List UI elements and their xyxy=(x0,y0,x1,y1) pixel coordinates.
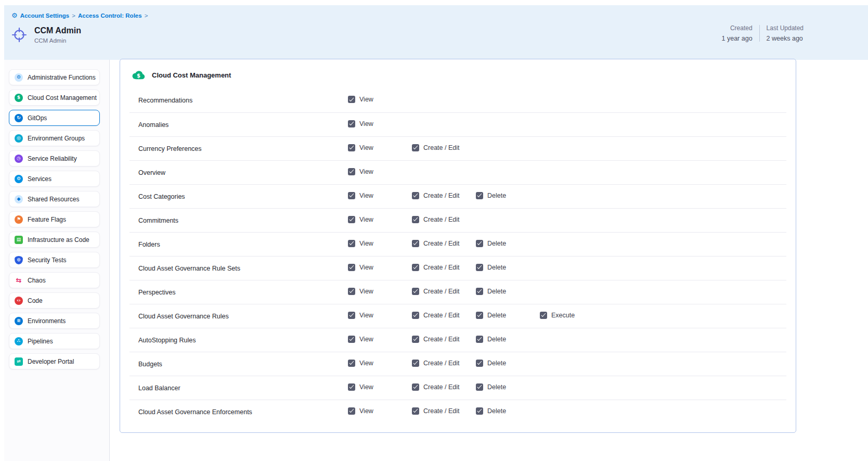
checkbox-checked-icon[interactable] xyxy=(348,120,355,127)
checkbox-checked-icon[interactable] xyxy=(412,240,419,247)
checkbox-checked-icon[interactable] xyxy=(348,264,355,271)
permission-view-checkbox[interactable]: View xyxy=(348,312,373,319)
sidebar-item-administrative-functions[interactable]: ⚙ Administrative Functions xyxy=(9,69,100,85)
permission-delete-checkbox[interactable]: Delete xyxy=(476,360,506,367)
permission-create-edit-checkbox[interactable]: Create / Edit xyxy=(412,312,459,319)
sidebar-item-feature-flags[interactable]: ⚑ Feature Flags xyxy=(9,211,100,227)
checkbox-checked-icon[interactable] xyxy=(412,383,419,391)
permission-create-edit-checkbox[interactable]: Create / Edit xyxy=(412,360,459,367)
checkbox-checked-icon[interactable] xyxy=(412,216,419,223)
permission-view-checkbox[interactable]: View xyxy=(348,407,373,415)
checkbox-checked-icon[interactable] xyxy=(476,192,483,199)
permission-create-edit-checkbox[interactable]: Create / Edit xyxy=(412,407,459,415)
permission-view-checkbox[interactable]: View xyxy=(348,96,373,103)
sidebar-item-gitops[interactable]: ↻ GitOps xyxy=(9,110,100,126)
permission-view-checkbox[interactable]: View xyxy=(348,288,373,295)
checkbox-checked-icon[interactable] xyxy=(476,288,483,295)
permission-create-edit-checkbox[interactable]: Create / Edit xyxy=(412,288,459,295)
checkbox-checked-icon[interactable] xyxy=(412,407,419,415)
checkbox-checked-icon[interactable] xyxy=(412,312,419,319)
permission-view-checkbox[interactable]: View xyxy=(348,216,373,223)
checkbox-checked-icon[interactable] xyxy=(476,336,483,343)
sidebar-item-services[interactable]: ⚙ Services xyxy=(9,171,100,187)
checkbox-checked-icon[interactable] xyxy=(348,360,355,367)
permission-view-checkbox[interactable]: View xyxy=(348,383,373,391)
checkbox-checked-icon[interactable] xyxy=(476,383,483,391)
sidebar-item-chaos[interactable]: ⇆ Chaos xyxy=(9,272,100,288)
checkbox-checked-icon[interactable] xyxy=(348,288,355,295)
permission-view-checkbox[interactable]: View xyxy=(348,264,373,271)
checkbox-checked-icon[interactable] xyxy=(412,264,419,271)
permission-create-edit-checkbox[interactable]: Create / Edit xyxy=(412,192,459,199)
permission-label: Execute xyxy=(551,312,575,319)
permission-create-edit-checkbox[interactable]: Create / Edit xyxy=(412,240,459,247)
sidebar-item-infrastructure-as-code[interactable]: ▤ Infrastructure as Code xyxy=(9,232,100,248)
checkbox-checked-icon[interactable] xyxy=(348,168,355,175)
checkbox-checked-icon[interactable] xyxy=(540,312,547,319)
checkbox-checked-icon[interactable] xyxy=(348,383,355,391)
permission-row: Cloud Asset Governance Rules ViewCreate … xyxy=(129,304,786,328)
permission-view-checkbox[interactable]: View xyxy=(348,120,373,127)
permission-delete-checkbox[interactable]: Delete xyxy=(476,336,506,343)
checkbox-checked-icon[interactable] xyxy=(412,144,419,151)
checkbox-checked-icon[interactable] xyxy=(476,360,483,367)
page-title: CCM Admin xyxy=(34,26,81,35)
permission-label: View xyxy=(359,96,373,103)
sidebar-item-shared-resources[interactable]: ◆ Shared Resources xyxy=(9,191,100,207)
permission-delete-checkbox[interactable]: Delete xyxy=(476,264,506,271)
permission-label: Delete xyxy=(487,264,506,271)
created-meta: Created 1 year ago xyxy=(722,24,753,42)
checkbox-checked-icon[interactable] xyxy=(412,192,419,199)
checkbox-checked-icon[interactable] xyxy=(348,192,355,199)
checkbox-checked-icon[interactable] xyxy=(476,264,483,271)
sidebar-item-environments[interactable]: ≋ Environments xyxy=(9,313,100,329)
sidebar-item-code[interactable]: ‹› Code xyxy=(9,292,100,309)
sidebar-item-label: Administrative Functions xyxy=(28,74,96,81)
permission-create-edit-checkbox[interactable]: Create / Edit xyxy=(412,336,459,343)
permission-delete-checkbox[interactable]: Delete xyxy=(476,240,506,247)
permission-view-checkbox[interactable]: View xyxy=(348,168,373,175)
permission-label: Delete xyxy=(487,336,506,343)
permission-delete-checkbox[interactable]: Delete xyxy=(476,383,506,391)
permission-delete-checkbox[interactable]: Delete xyxy=(476,288,506,295)
checkbox-checked-icon[interactable] xyxy=(348,407,355,415)
checkbox-checked-icon[interactable] xyxy=(412,336,419,343)
checkbox-checked-icon[interactable] xyxy=(348,216,355,223)
permission-view-checkbox[interactable]: View xyxy=(348,336,373,343)
checkbox-checked-icon[interactable] xyxy=(476,407,483,415)
permission-create-edit-checkbox[interactable]: Create / Edit xyxy=(412,264,459,271)
checkbox-checked-icon[interactable] xyxy=(348,312,355,319)
checkbox-checked-icon[interactable] xyxy=(476,240,483,247)
last-updated-label: Last Updated xyxy=(767,24,804,32)
sidebar-item-pipelines[interactable]: ∴ Pipelines xyxy=(9,333,100,349)
permission-execute-checkbox[interactable]: Execute xyxy=(540,312,575,319)
page-body: ⚙ Administrative Functions $ Cloud Cost … xyxy=(4,60,868,461)
sidebar-item-developer-portal[interactable]: ⇌ Developer Portal xyxy=(9,353,100,369)
breadcrumb-account-settings[interactable]: Account Settings xyxy=(20,12,70,19)
sidebar-item-service-reliability[interactable]: ◷ Service Reliability xyxy=(9,150,100,167)
permission-delete-checkbox[interactable]: Delete xyxy=(476,192,506,199)
checkbox-checked-icon[interactable] xyxy=(348,96,355,103)
permission-label: View xyxy=(359,312,373,319)
permission-cell-view: View xyxy=(348,407,412,417)
permission-label: View xyxy=(359,192,373,199)
permission-create-edit-checkbox[interactable]: Create / Edit xyxy=(412,383,459,391)
checkbox-checked-icon[interactable] xyxy=(476,312,483,319)
permission-create-edit-checkbox[interactable]: Create / Edit xyxy=(412,216,459,223)
permission-delete-checkbox[interactable]: Delete xyxy=(476,407,506,415)
sidebar-item-cloud-cost-management[interactable]: $ Cloud Cost Management xyxy=(9,89,100,106)
checkbox-checked-icon[interactable] xyxy=(348,144,355,151)
permission-create-edit-checkbox[interactable]: Create / Edit xyxy=(412,144,459,151)
permission-view-checkbox[interactable]: View xyxy=(348,240,373,247)
sidebar-item-security-tests[interactable]: ⊙ Security Tests xyxy=(9,252,100,268)
permission-view-checkbox[interactable]: View xyxy=(348,360,373,367)
checkbox-checked-icon[interactable] xyxy=(412,360,419,367)
checkbox-checked-icon[interactable] xyxy=(348,240,355,247)
sidebar-item-environment-groups[interactable]: ◎ Environment Groups xyxy=(9,130,100,146)
checkbox-checked-icon[interactable] xyxy=(348,336,355,343)
permission-view-checkbox[interactable]: View xyxy=(348,144,373,151)
breadcrumb-access-control-roles[interactable]: Access Control: Roles xyxy=(78,12,142,19)
permission-delete-checkbox[interactable]: Delete xyxy=(476,312,506,319)
permission-view-checkbox[interactable]: View xyxy=(348,192,373,199)
checkbox-checked-icon[interactable] xyxy=(412,288,419,295)
